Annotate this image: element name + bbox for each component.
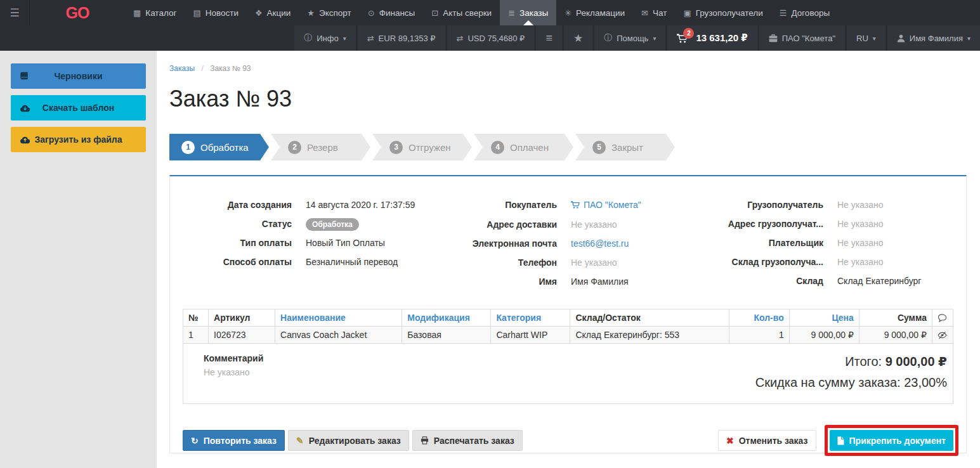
print-order-button[interactable]: Распечатать заказ	[412, 430, 523, 451]
upload-from-file-button[interactable]: Загрузить из файла	[11, 127, 146, 152]
usd-rate-value: USD 75,4680 ₽	[467, 34, 525, 43]
cloud-upload-icon	[20, 136, 30, 144]
step-number: 4	[491, 141, 504, 154]
step-label: Закрыт	[611, 142, 643, 153]
list-button[interactable]: ≡	[536, 25, 562, 51]
info-menu[interactable]: ⓘ Инфо ▾	[294, 25, 355, 51]
language-selector[interactable]: RU ▾	[847, 25, 885, 51]
comment-block: Комментарий Не указано	[204, 351, 263, 379]
book-icon	[20, 72, 29, 81]
buyer-link[interactable]: ПАО "Комета"	[571, 195, 641, 214]
eye-slash-icon[interactable]	[938, 331, 947, 339]
cart-button[interactable]: 2 13 631,20 ₽	[667, 25, 757, 51]
app-logo[interactable]: GO	[30, 0, 125, 25]
usd-rate[interactable]: ⇄ USD 75,4680 ₽	[447, 25, 535, 51]
company-selector[interactable]: ПАО "Комета"	[759, 25, 845, 51]
nav-item-news[interactable]: ▤ Новости	[185, 0, 247, 25]
detail-label: Тип оплаты	[183, 233, 292, 252]
document-icon	[837, 436, 844, 445]
page-title: Заказ № 93	[169, 86, 967, 112]
hamburger-icon: ☰	[10, 6, 19, 20]
detail-label: Телефон	[440, 253, 557, 272]
breadcrumb-separator: /	[201, 64, 203, 73]
orders-icon: ≣	[508, 8, 515, 18]
nav-item-finance[interactable]: ⊙ Финансы	[360, 0, 424, 25]
eur-rate[interactable]: ⇄ EUR 89,1353 ₽	[358, 25, 445, 51]
catalog-icon: ▦	[133, 8, 141, 18]
attach-document-label: Прикрепить документ	[849, 436, 946, 446]
attach-document-button[interactable]: Прикрепить документ	[830, 430, 953, 451]
delivery-address-value: Не указано	[557, 215, 696, 234]
payment-type-value: Новый Тип Оплаты	[292, 233, 440, 252]
cancel-order-button[interactable]: ✖ Отменить заказ	[718, 430, 816, 451]
email-link[interactable]: test66@test.ru	[571, 234, 629, 253]
detail-label: Склад	[696, 271, 823, 290]
col-header-stock: Склад/Остаток	[570, 309, 729, 327]
language-value: RU	[856, 34, 868, 43]
exchange-icon: ⇄	[457, 34, 464, 43]
col-header-number: №	[183, 309, 209, 327]
detail-label: Электронная почта	[440, 234, 557, 253]
user-icon	[897, 34, 905, 42]
step-label: Обработка	[200, 142, 249, 153]
tag-icon: ❖	[255, 8, 263, 18]
step-label: Отгружен	[408, 142, 451, 153]
company-name: ПАО "Комета"	[782, 34, 835, 43]
nav-item-consignees[interactable]: ▣ Грузополучатели	[675, 0, 771, 25]
nav-label: Грузополучатели	[696, 8, 763, 18]
step-number: 2	[288, 141, 301, 154]
favorites-button[interactable]: ★	[564, 25, 592, 51]
col-header-modification[interactable]: Модификация	[402, 309, 491, 327]
nav-item-contracts[interactable]: ☰ Договоры	[771, 0, 838, 25]
star-icon: ★	[573, 32, 583, 45]
detail-label: Адрес грузополучат...	[696, 214, 823, 233]
step-closed: 5 Закрыт	[575, 134, 675, 160]
nav-item-promotions[interactable]: ❖ Акции	[247, 0, 299, 25]
nav-item-orders[interactable]: ≣ Заказы	[500, 0, 556, 25]
repeat-order-label: Повторить заказ	[204, 436, 277, 446]
breadcrumb: Заказы / Заказ № 93	[169, 64, 967, 73]
cart-badge: 2	[683, 28, 694, 39]
cell-modification: Базовая	[402, 327, 491, 344]
nav-label: Заказы	[519, 8, 548, 18]
col-header-quantity[interactable]: Кол-во	[729, 309, 789, 327]
table-row: 1 I026723 Canvas Coach Jacket Базовая Ca…	[183, 327, 953, 344]
drafts-button[interactable]: Черновики	[11, 63, 146, 89]
col-header-category[interactable]: Категория	[491, 309, 570, 327]
briefcase-icon	[769, 34, 778, 42]
nav-item-reconciliation-acts[interactable]: ⊡ Акты сверки	[423, 0, 500, 25]
main-content: Заказы / Заказ № 93 Заказ № 93 1 Обработ…	[157, 51, 980, 468]
user-menu[interactable]: Имя Фамилия ▾	[887, 25, 980, 51]
download-template-button[interactable]: Скачать шаблон	[11, 95, 146, 120]
repeat-order-button[interactable]: ↻ Повторить заказ	[183, 430, 285, 451]
help-menu[interactable]: ⓘ Помощь ▾	[594, 25, 665, 51]
breadcrumb-orders-link[interactable]: Заказы	[169, 64, 195, 73]
total-value: 9 000,00 ₽	[885, 354, 947, 368]
nav-item-claims[interactable]: ✳ Рекламации	[556, 0, 633, 25]
main-nav: ▦ Каталог ▤ Новости ❖ Акции ★ Экспорт ⊙ …	[125, 0, 838, 25]
nav-label: Финансы	[379, 8, 415, 18]
edit-order-button[interactable]: ✎ Редактировать заказ	[288, 430, 409, 451]
step-number: 3	[389, 141, 403, 154]
detail-label: Статус	[183, 214, 292, 233]
list-icon: ≡	[546, 32, 552, 45]
info-label: Инфо	[317, 34, 338, 43]
cell-price: 9 000,00 ₽	[789, 327, 859, 344]
step-label: Резерв	[307, 142, 338, 153]
cell-stock: Склад Екатеринбург: 553	[570, 327, 729, 344]
step-number: 5	[592, 141, 606, 154]
col-header-price[interactable]: Цена	[789, 309, 859, 327]
archive-icon: ▣	[683, 8, 691, 18]
nav-item-export[interactable]: ★ Экспорт	[299, 0, 359, 25]
cell-name: Canvas Coach Jacket	[275, 327, 402, 344]
nav-item-chat[interactable]: ✉ Чат	[633, 0, 675, 25]
detail-label: Склад грузополуча...	[696, 252, 823, 271]
nav-label: Акты сверки	[443, 8, 492, 18]
nav-item-catalog[interactable]: ▦ Каталог	[125, 0, 185, 25]
col-header-name[interactable]: Наименование	[275, 309, 402, 327]
sidebar: Черновики Скачать шаблон Загрузить из фа…	[0, 51, 157, 468]
creation-date-value: 14 августа 2020 г. 17:37:59	[292, 195, 440, 214]
hamburger-menu-button[interactable]: ☰	[0, 0, 30, 25]
nav-label: Каталог	[145, 8, 176, 18]
reconciliation-icon: ⊡	[431, 8, 438, 18]
